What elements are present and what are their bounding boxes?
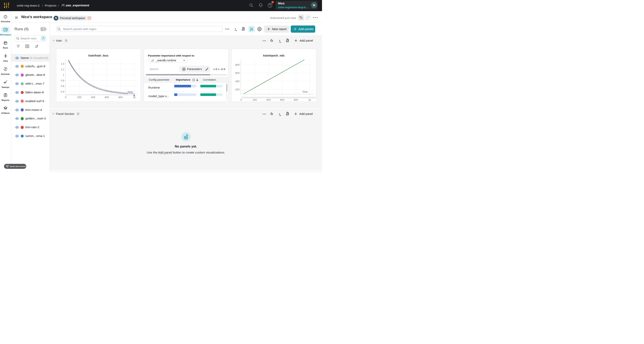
svg-text:0: 0 bbox=[65, 96, 66, 99]
svg-text:0.6: 0.6 bbox=[60, 84, 64, 88]
svg-text:800: 800 bbox=[118, 96, 123, 99]
svg-text:x: x bbox=[234, 27, 236, 30]
svg-text:600: 600 bbox=[104, 96, 109, 99]
svg-text:0: 0 bbox=[240, 98, 242, 101]
svg-text:train/epoch_ndx: train/epoch_ndx bbox=[263, 54, 284, 57]
svg-text:1k: 1k bbox=[308, 98, 311, 101]
svg-text:400: 400 bbox=[91, 96, 95, 99]
svg-text:200: 200 bbox=[252, 98, 257, 101]
svg-text:Step: Step bbox=[128, 90, 133, 93]
svg-text:Step: Step bbox=[302, 90, 308, 93]
svg-text:train/train_loss: train/train_loss bbox=[88, 54, 108, 57]
svg-text:400: 400 bbox=[235, 80, 240, 83]
svg-text:0.4: 0.4 bbox=[60, 90, 64, 93]
svg-text:1k: 1k bbox=[133, 96, 136, 99]
svg-text:0.8: 0.8 bbox=[60, 79, 64, 82]
svg-text:x: x bbox=[279, 112, 280, 115]
svg-text:600: 600 bbox=[235, 72, 240, 74]
svg-text:800: 800 bbox=[294, 98, 298, 101]
svg-text:1.4: 1.4 bbox=[60, 62, 64, 65]
svg-text:200: 200 bbox=[77, 96, 82, 99]
svg-text:1.2: 1.2 bbox=[60, 68, 64, 71]
svg-text:1: 1 bbox=[63, 74, 64, 76]
svg-text:600: 600 bbox=[280, 98, 284, 101]
svg-text:200: 200 bbox=[235, 88, 240, 91]
svg-text:x: x bbox=[279, 39, 280, 42]
svg-text:800: 800 bbox=[235, 63, 240, 66]
svg-text:400: 400 bbox=[266, 98, 270, 101]
